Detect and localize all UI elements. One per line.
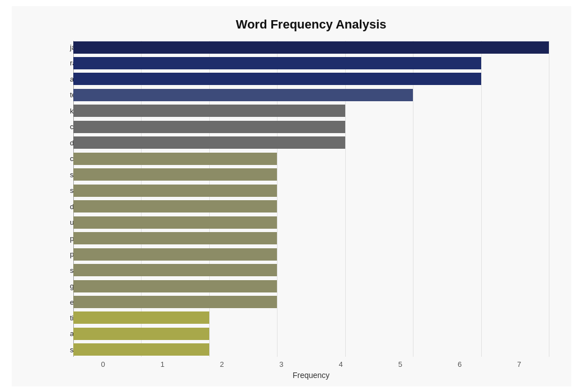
bar-row: suspicious [73, 184, 549, 197]
bar-row: uttar [73, 216, 549, 229]
x-axis: 01234567 [73, 360, 549, 369]
bar-fill [73, 328, 209, 340]
bar-fill [73, 296, 277, 308]
bar-fill [73, 57, 481, 69]
bar-fill [73, 89, 413, 101]
x-tick-label: 4 [311, 360, 370, 369]
bar-row: security [73, 168, 549, 181]
bar-fill [73, 121, 345, 133]
bar-fill [73, 232, 277, 244]
bar-row: tighten [73, 311, 549, 324]
bar-fill [73, 280, 277, 292]
x-axis-label: Frequency [73, 371, 549, 380]
bar-fill [73, 136, 345, 149]
bar-row: state [73, 263, 549, 277]
bar-row: kumar [73, 104, 549, 117]
bar-row: city [73, 120, 549, 134]
bar-row: earlier [73, 295, 549, 309]
bar-fill [73, 73, 481, 85]
x-tick-label: 1 [133, 360, 192, 369]
bar-fill [73, 41, 549, 54]
bars-container: januaryramayodhyatemplekumarcitydronecer… [73, 41, 549, 357]
bar-row: pradesh [73, 232, 549, 245]
x-tick-label: 7 [490, 360, 549, 369]
bar-row: ceremony [73, 152, 549, 166]
x-tick-label: 3 [252, 360, 311, 369]
bar-fill [73, 168, 277, 181]
x-tick-label: 2 [192, 360, 252, 369]
x-tick-label: 6 [430, 360, 490, 369]
bar-row: squad [73, 343, 549, 356]
bar-row: ayodhya [73, 72, 549, 86]
grid-line [549, 41, 549, 357]
bar-fill [73, 311, 209, 324]
bar-fill [73, 200, 277, 212]
bar-row: government [73, 280, 549, 293]
bar-row: detain [73, 200, 549, 213]
bar-row: anti [73, 327, 549, 341]
bar-fill [73, 105, 345, 117]
bar-fill [73, 216, 277, 229]
x-tick-label: 5 [370, 360, 430, 369]
bar-row: temple [73, 88, 549, 102]
x-tick-label: 0 [73, 360, 133, 369]
bar-row: police [73, 248, 549, 261]
bar-row: drone [73, 136, 549, 149]
chart-container: Word Frequency Analysis januaryramayodhy… [12, 6, 571, 386]
bar-fill [73, 153, 277, 165]
chart-title: Word Frequency Analysis [73, 17, 549, 32]
bar-fill [73, 264, 277, 276]
bar-fill [73, 185, 277, 197]
bar-row: ram [73, 56, 549, 70]
bar-row: january [73, 41, 549, 54]
bar-fill [73, 248, 277, 261]
bar-fill [73, 343, 209, 356]
